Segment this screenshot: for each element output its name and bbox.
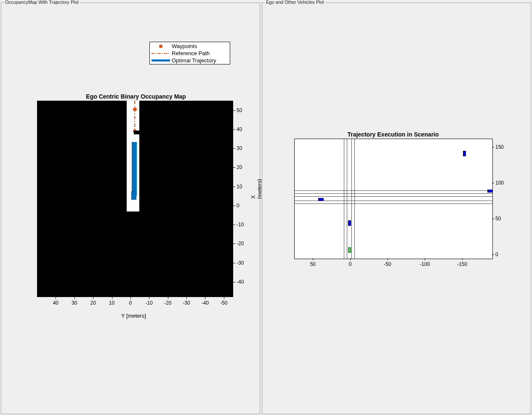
waypoint-marker-icon: [152, 43, 170, 50]
road-line: [295, 190, 492, 191]
optimal-trajectory-icon: [152, 57, 170, 64]
tick-label: 150: [495, 144, 510, 150]
tick-label: 20: [87, 300, 99, 306]
ego-vehicle: [131, 191, 136, 200]
tick: [350, 258, 351, 260]
tick-label: 0: [124, 300, 137, 306]
tick: [313, 258, 313, 260]
tick: [186, 297, 187, 299]
tick: [233, 263, 235, 263]
tick-label: -50: [218, 300, 230, 306]
waypoint-marker: [133, 107, 137, 111]
tick: [93, 297, 93, 299]
tick: [388, 258, 388, 260]
legend-item-waypoints: Waypoints: [152, 43, 228, 50]
tick-label: 20: [237, 164, 249, 170]
tick: [233, 206, 235, 206]
scenario-panel: Ego and Other Vehicles Plot Trajectory E…: [262, 3, 531, 414]
tick: [233, 244, 235, 244]
road-line: [295, 193, 492, 194]
tick-label: -30: [237, 260, 249, 266]
tick: [168, 297, 168, 299]
road-line: [295, 201, 492, 201]
legend-item-reference-path: Reference Path: [152, 50, 228, 57]
tick: [233, 167, 235, 168]
road-line: [347, 139, 347, 259]
road-line: [295, 203, 492, 204]
legend-item-optimal-trajectory: Optimal Trajectory: [152, 57, 228, 64]
tick: [74, 297, 75, 299]
tick-label: 0: [237, 203, 249, 209]
road-line: [344, 139, 344, 259]
tick-label: 40: [237, 126, 249, 132]
tick-label: -50: [380, 261, 395, 267]
tick-label: -20: [162, 300, 174, 306]
other-vehicle: [348, 220, 351, 226]
tick-label: -10: [143, 300, 155, 306]
tick-label: 100: [495, 180, 510, 186]
other-vehicle: [318, 198, 324, 201]
tick-label: -40: [199, 300, 211, 306]
obstacle: [134, 131, 141, 134]
tick-label: 10: [237, 184, 249, 190]
tick-label: -40: [237, 279, 249, 285]
tick: [130, 297, 131, 299]
tick: [112, 297, 112, 299]
panel-title-right: Ego and Other Vehicles Plot: [265, 0, 325, 5]
tick-label: -20: [237, 241, 249, 246]
tick-label: -100: [417, 261, 432, 267]
tick: [233, 110, 235, 111]
tick-label: 50: [237, 107, 249, 113]
occupancy-map: [37, 101, 233, 297]
legend: Waypoints Reference Path Optimal Traject…: [149, 42, 230, 64]
tick-label: 0: [343, 261, 358, 267]
other-vehicle: [487, 190, 493, 193]
tick: [425, 258, 425, 260]
occupancy-panel: OccupancyMap With Trajectory Plot Waypoi…: [1, 3, 260, 414]
tick: [56, 297, 56, 299]
tick: [492, 254, 494, 255]
tick-label: -10: [237, 222, 249, 228]
tick: [149, 297, 149, 299]
tick-label: 40: [49, 300, 62, 306]
tick: [233, 225, 235, 225]
scenario-plot: [294, 139, 493, 259]
other-vehicle: [463, 151, 466, 156]
tick-label: 50: [495, 216, 510, 222]
tick-label: 30: [237, 145, 249, 151]
tick: [462, 258, 463, 260]
tick: [233, 129, 235, 130]
occupancy-ylabel: X [meters]: [250, 179, 263, 199]
road-line: [295, 196, 492, 197]
tick: [233, 282, 235, 282]
tick-label: -30: [180, 300, 193, 306]
occupancy-title: Ego Centric Binary Occupancy Map: [37, 93, 235, 100]
panel-title-left: OccupancyMap With Trajectory Plot: [4, 0, 80, 5]
tick: [492, 219, 494, 219]
tick: [224, 297, 224, 299]
road-line: [354, 139, 355, 259]
tick-label: -150: [455, 261, 470, 267]
road-line: [351, 139, 352, 259]
tick-label: 30: [68, 300, 81, 306]
tick: [492, 183, 494, 183]
occupancy-xlabel: Y [meters]: [121, 313, 146, 319]
tick: [233, 148, 235, 149]
tick: [492, 147, 494, 147]
optimal-trajectory: [132, 142, 137, 196]
tick-label: 50: [305, 261, 320, 267]
tick: [205, 297, 205, 299]
scenario-title: Trajectory Execution in Scenario: [294, 131, 492, 138]
tick: [233, 187, 235, 187]
ego-vehicle: [348, 247, 351, 253]
reference-path-icon: [152, 50, 170, 57]
tick-label: 10: [106, 300, 118, 306]
tick-label: 0: [495, 252, 510, 257]
